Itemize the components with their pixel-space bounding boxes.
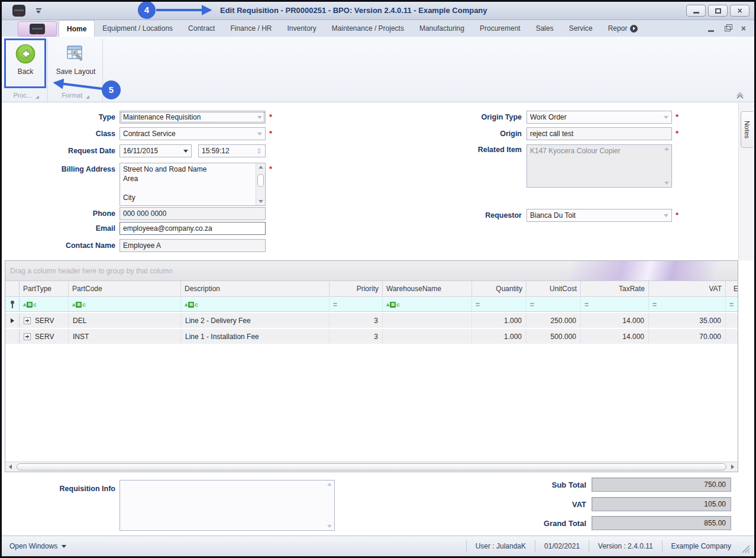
scrollbar-thumb[interactable]	[17, 463, 726, 470]
filter-cell-priority[interactable]: =	[329, 298, 383, 311]
column-header-partcode[interactable]: PartCode	[69, 281, 181, 296]
filter-cell-partcode[interactable]: ABC	[69, 298, 181, 311]
cell-taxrate[interactable]: 14.000	[581, 329, 649, 344]
filter-cell-unitcost[interactable]: =	[526, 298, 581, 311]
request-date-picker[interactable]: 16/11/2015	[119, 144, 192, 157]
scroll-right-icon[interactable]	[728, 462, 738, 472]
expand-row-icon[interactable]	[24, 317, 31, 324]
cell-warehousename[interactable]	[383, 329, 472, 344]
email-field[interactable]: employeea@company.co.za	[119, 222, 266, 235]
cell-quantity[interactable]: 1.000	[472, 329, 526, 344]
group-by-panel[interactable]: Drag a column header here to group by th…	[5, 261, 738, 281]
equals-filter-icon[interactable]: =	[584, 301, 589, 309]
filter-cell-warehousename[interactable]: ABC	[383, 298, 472, 311]
tab-contract[interactable]: Contract	[180, 20, 222, 37]
scroll-up-icon[interactable]	[259, 166, 263, 169]
requestor-dropdown[interactable]: Bianca Du Toit	[526, 209, 672, 222]
filter-cell-exc[interactable]: =	[726, 298, 738, 311]
tab-home[interactable]: Home	[59, 20, 95, 37]
column-header-priority[interactable]: Priority	[329, 281, 383, 296]
tab-procurement[interactable]: Procurement	[472, 20, 528, 37]
filter-cell-taxrate[interactable]: =	[581, 298, 649, 311]
resize-grip-icon[interactable]	[741, 544, 751, 554]
filter-cell-vat[interactable]: =	[649, 298, 726, 311]
cell-exc[interactable]	[726, 329, 738, 344]
column-header-taxrate[interactable]: TaxRate	[581, 281, 649, 296]
chevron-down-icon[interactable]	[256, 116, 264, 119]
vertical-scrollbar[interactable]	[662, 145, 671, 187]
cell-vat[interactable]: 70.000	[649, 329, 726, 344]
spinner-icons[interactable]	[255, 148, 263, 154]
column-header-exc[interactable]: Exc	[726, 281, 738, 296]
text-filter-icon[interactable]: ABC	[72, 302, 86, 308]
scroll-down-icon[interactable]	[259, 200, 263, 203]
column-header-description[interactable]: Description	[181, 281, 329, 296]
cell-vat[interactable]: 35.000	[649, 313, 726, 328]
billing-address-textarea[interactable]: Street No and Road Name Area City	[119, 163, 266, 206]
cell-exc[interactable]	[726, 313, 738, 328]
class-dropdown[interactable]: Contract Service	[119, 127, 266, 140]
expand-row-icon[interactable]	[24, 333, 31, 340]
mdi-minimize-icon[interactable]	[708, 30, 714, 32]
filter-cell-description[interactable]: ABC	[181, 298, 329, 311]
tab-scroll-icon[interactable]	[630, 25, 638, 33]
collapse-ribbon-icon[interactable]	[735, 91, 745, 102]
cell-partcode[interactable]: DEL	[69, 313, 181, 328]
requisition-info-textarea[interactable]	[119, 480, 335, 531]
close-button[interactable]: ×	[730, 5, 749, 17]
vertical-scrollbar[interactable]	[256, 163, 265, 205]
cell-partcode[interactable]: INST	[69, 329, 181, 344]
tab-manufacturing[interactable]: Manufacturing	[412, 20, 472, 37]
scroll-up-icon[interactable]	[664, 147, 669, 150]
cell-priority[interactable]: 3	[329, 313, 383, 328]
maximize-button[interactable]	[708, 5, 728, 17]
filter-pin-icon[interactable]	[10, 301, 15, 308]
chevron-down-icon[interactable]	[182, 150, 190, 153]
tab-notes[interactable]: Notes	[741, 111, 753, 148]
tab-finance-hr[interactable]: Finance / HR	[222, 20, 279, 37]
dialog-launcher-icon[interactable]: ◢	[86, 95, 89, 99]
mdi-close-icon[interactable]: ×	[741, 24, 746, 33]
origin-type-dropdown[interactable]: Work Order	[526, 111, 672, 124]
scroll-left-icon[interactable]	[5, 462, 15, 472]
scroll-up-icon[interactable]	[327, 483, 332, 486]
scroll-down-icon[interactable]	[327, 525, 332, 528]
column-header-quantity[interactable]: Quantity	[472, 281, 526, 296]
cell-parttype[interactable]: SERV	[20, 313, 69, 328]
contact-name-field[interactable]: Employee A	[119, 239, 266, 252]
tab-equipment-locations[interactable]: Equipment / Locations	[95, 20, 180, 37]
text-filter-icon[interactable]: ABC	[23, 302, 37, 308]
tab-service[interactable]: Service	[561, 20, 600, 37]
cell-unitcost[interactable]: 500.000	[526, 329, 581, 344]
cell-description[interactable]: Line 1 - Installation Fee	[181, 329, 329, 344]
vertical-scrollbar[interactable]	[325, 480, 334, 530]
save-layout-button[interactable]: Save Layout	[50, 39, 101, 76]
filter-cell-parttype[interactable]: ABC	[20, 298, 69, 311]
equals-filter-icon[interactable]: =	[333, 301, 337, 309]
tab-repor[interactable]: Repor	[600, 20, 646, 37]
request-time-spinner[interactable]: 15:59:12	[198, 144, 266, 157]
chevron-down-icon[interactable]	[662, 116, 670, 119]
column-header-vat[interactable]: VAT	[649, 281, 726, 296]
quick-access-dropdown-icon[interactable]	[36, 8, 42, 14]
minimize-button[interactable]	[686, 5, 706, 17]
equals-filter-icon[interactable]: =	[530, 301, 534, 309]
text-filter-icon[interactable]: ABC	[386, 302, 400, 308]
scrollbar-thumb[interactable]	[257, 174, 264, 187]
table-row[interactable]: SERVDELLine 2 - Delivery Fee31.000250.00…	[5, 313, 738, 329]
text-filter-icon[interactable]: ABC	[185, 302, 198, 308]
horizontal-scrollbar[interactable]	[5, 462, 738, 472]
cell-unitcost[interactable]: 250.000	[526, 313, 581, 328]
chevron-down-icon[interactable]	[256, 133, 264, 136]
equals-filter-icon[interactable]: =	[476, 301, 480, 309]
cell-priority[interactable]: 3	[329, 329, 383, 344]
tab-inventory[interactable]: Inventory	[279, 20, 324, 37]
mdi-restore-icon[interactable]	[725, 26, 731, 31]
application-button[interactable]	[18, 21, 57, 37]
filter-cell-quantity[interactable]: =	[472, 298, 526, 311]
tab-sales[interactable]: Sales	[528, 20, 561, 37]
tab-maintenance-projects[interactable]: Maintenance / Projects	[324, 20, 412, 37]
column-header-warehousename[interactable]: WarehouseName	[383, 281, 472, 296]
chevron-down-icon[interactable]	[662, 214, 670, 217]
equals-filter-icon[interactable]: =	[729, 301, 734, 309]
